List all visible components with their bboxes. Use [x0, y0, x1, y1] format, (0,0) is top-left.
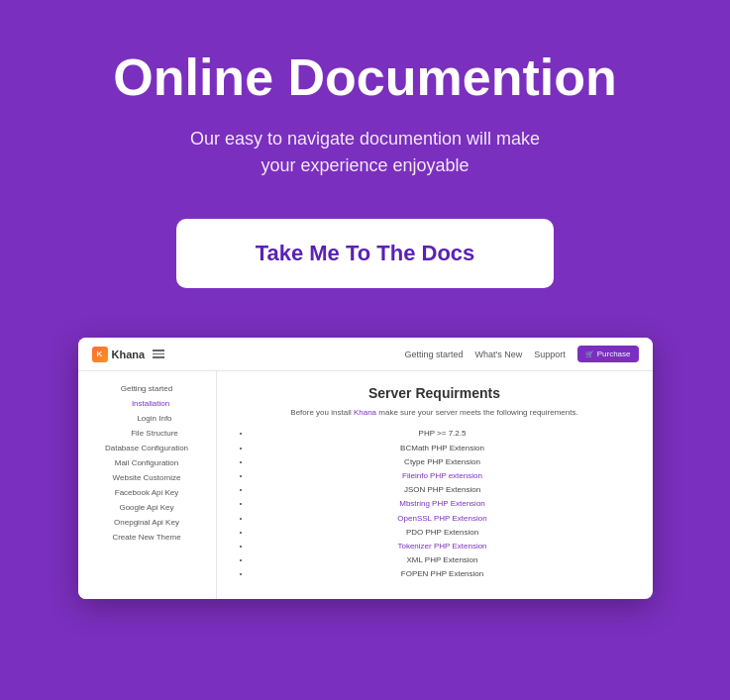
- sidebar-item-mail[interactable]: Mail Configuration: [78, 455, 216, 470]
- preview-navbar: K Khana Getting started What's New Suppo…: [78, 338, 653, 371]
- list-item: FOPEN PHP Extension: [251, 568, 635, 579]
- take-me-to-docs-button[interactable]: Take Me To The Docs: [176, 219, 555, 288]
- list-item: PDO PHP Extension: [251, 527, 635, 538]
- list-item: Ctype PHP Extension: [251, 456, 635, 467]
- nav-link-support[interactable]: Support: [534, 350, 566, 359]
- nav-link-getting-started[interactable]: Getting started: [404, 350, 463, 359]
- list-item: JSON PHP Extension: [251, 484, 635, 495]
- hero-subtitle: Our easy to navigate documention will ma…: [40, 126, 690, 179]
- preview-body: Getting started Installation Login Info …: [78, 371, 653, 599]
- requirements-list: PHP >= 7.2.5 BCMath PHP Extension Ctype …: [235, 428, 635, 579]
- sidebar-item-create-theme[interactable]: Create New Theme: [78, 530, 216, 545]
- list-item: PHP >= 7.2.5: [251, 428, 635, 439]
- sidebar-item-database[interactable]: Database Configuration: [78, 441, 216, 455]
- preview-sidebar: Getting started Installation Login Info …: [78, 371, 217, 599]
- server-requirements-heading: Server Requirments: [235, 385, 635, 401]
- hero-title: Online Documention: [40, 50, 690, 106]
- list-item: Fileinfo PHP extension: [251, 470, 635, 481]
- sidebar-item-website[interactable]: Website Customize: [78, 470, 216, 485]
- hero-section: Online Documention Our easy to navigate …: [0, 0, 730, 639]
- purchase-button[interactable]: 🛒 Purchase: [577, 346, 639, 362]
- preview-logo: K Khana: [92, 347, 146, 362]
- sidebar-item-facebook[interactable]: Facebook Api Key: [78, 485, 216, 500]
- list-item: OpenSSL PHP Extension: [251, 513, 635, 524]
- server-requirements-desc: Before you install Khana make sure your …: [235, 407, 635, 418]
- list-item: XML PHP Extension: [251, 554, 635, 565]
- sidebar-item-login-info[interactable]: Login Info: [78, 411, 216, 426]
- preview-nav-left: K Khana: [92, 347, 165, 362]
- preview-main-content: Server Requirments Before you install Kh…: [217, 371, 653, 599]
- sidebar-item-onepginal[interactable]: Onepginal Api Key: [78, 515, 216, 530]
- hamburger-icon[interactable]: [153, 350, 164, 358]
- nav-link-whats-new[interactable]: What's New: [474, 350, 522, 359]
- list-item: Mbstring PHP Extension: [251, 498, 635, 509]
- sidebar-item-google[interactable]: Google Api Key: [78, 500, 216, 515]
- list-item: Tokenizer PHP Extension: [251, 541, 635, 551]
- cart-icon: 🛒: [585, 350, 594, 358]
- logo-icon: K: [92, 347, 108, 362]
- sidebar-item-installation[interactable]: Installation: [78, 396, 216, 411]
- docs-preview: K Khana Getting started What's New Suppo…: [78, 338, 653, 599]
- preview-nav-right: Getting started What's New Support 🛒 Pur…: [404, 346, 638, 362]
- list-item: BCMath PHP Extension: [251, 443, 635, 453]
- sidebar-item-getting-started[interactable]: Getting started: [78, 381, 216, 396]
- sidebar-item-file-structure[interactable]: File Structure: [78, 426, 216, 441]
